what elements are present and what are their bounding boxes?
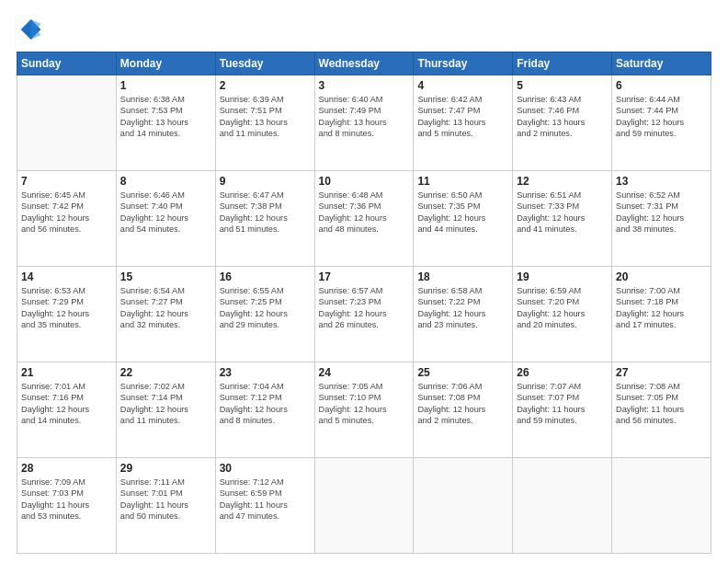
day-number: 14 xyxy=(21,270,112,283)
sunrise-text: Sunrise: 7:04 AM xyxy=(220,381,311,392)
sunset-text: Sunset: 7:12 PM xyxy=(220,392,311,403)
calendar-week-row: 21Sunrise: 7:01 AMSunset: 7:16 PMDayligh… xyxy=(17,362,711,458)
daylight-text: Daylight: 11 hours xyxy=(517,404,608,415)
daylight-text: Daylight: 11 hours xyxy=(21,500,112,511)
day-number: 25 xyxy=(417,366,508,379)
daylight-text-2: and 17 minutes. xyxy=(616,319,707,330)
day-number: 5 xyxy=(517,79,608,92)
day-number: 19 xyxy=(517,270,608,283)
calendar-week-row: 28Sunrise: 7:09 AMSunset: 7:03 PMDayligh… xyxy=(17,458,711,554)
day-number: 23 xyxy=(220,366,311,379)
daylight-text: Daylight: 12 hours xyxy=(120,308,211,319)
sunset-text: Sunset: 7:27 PM xyxy=(120,296,211,307)
logo xyxy=(17,17,46,42)
sunset-text: Sunset: 7:40 PM xyxy=(120,201,211,212)
sunrise-text: Sunrise: 6:58 AM xyxy=(417,285,508,296)
calendar-cell: 25Sunrise: 7:06 AMSunset: 7:08 PMDayligh… xyxy=(414,362,513,458)
daylight-text: Daylight: 11 hours xyxy=(220,500,311,511)
calendar-cell: 7Sunrise: 6:45 AMSunset: 7:42 PMDaylight… xyxy=(17,171,117,267)
sunset-text: Sunset: 7:22 PM xyxy=(417,296,508,307)
daylight-text-2: and 2 minutes. xyxy=(517,128,608,139)
sunrise-text: Sunrise: 6:44 AM xyxy=(616,94,707,105)
day-number: 3 xyxy=(319,79,410,92)
sunrise-text: Sunrise: 6:45 AM xyxy=(21,190,112,201)
sunset-text: Sunset: 7:35 PM xyxy=(417,201,508,212)
daylight-text: Daylight: 12 hours xyxy=(616,117,707,128)
day-number: 15 xyxy=(120,270,211,283)
sunrise-text: Sunrise: 6:50 AM xyxy=(417,190,508,201)
day-number: 4 xyxy=(417,79,508,92)
daylight-text-2: and 35 minutes. xyxy=(21,319,112,330)
sunset-text: Sunset: 7:23 PM xyxy=(319,296,410,307)
daylight-text-2: and 56 minutes. xyxy=(616,415,707,426)
daylight-text: Daylight: 13 hours xyxy=(417,117,508,128)
calendar-cell: 27Sunrise: 7:08 AMSunset: 7:05 PMDayligh… xyxy=(612,362,711,458)
day-number: 26 xyxy=(517,366,608,379)
day-number: 18 xyxy=(417,270,508,283)
calendar-cell: 11Sunrise: 6:50 AMSunset: 7:35 PMDayligh… xyxy=(414,171,513,267)
daylight-text: Daylight: 12 hours xyxy=(517,213,608,224)
daylight-text: Daylight: 11 hours xyxy=(120,500,211,511)
calendar-cell: 12Sunrise: 6:51 AMSunset: 7:33 PMDayligh… xyxy=(513,171,612,267)
daylight-text: Daylight: 12 hours xyxy=(220,404,311,415)
daylight-text-2: and 59 minutes. xyxy=(616,128,707,139)
sunrise-text: Sunrise: 6:38 AM xyxy=(120,94,211,105)
calendar-cell: 17Sunrise: 6:57 AMSunset: 7:23 PMDayligh… xyxy=(314,267,414,362)
daylight-text-2: and 50 minutes. xyxy=(120,511,211,522)
sunrise-text: Sunrise: 6:47 AM xyxy=(220,190,311,201)
day-number: 24 xyxy=(319,366,410,379)
sunset-text: Sunset: 7:01 PM xyxy=(120,488,211,499)
sunrise-text: Sunrise: 7:09 AM xyxy=(21,477,112,488)
calendar-cell: 16Sunrise: 6:55 AMSunset: 7:25 PMDayligh… xyxy=(215,267,314,362)
sunrise-text: Sunrise: 6:59 AM xyxy=(517,285,608,296)
sunset-text: Sunset: 7:03 PM xyxy=(21,488,112,499)
daylight-text-2: and 2 minutes. xyxy=(417,415,508,426)
day-number: 1 xyxy=(120,79,211,92)
day-number: 8 xyxy=(120,175,211,188)
calendar-cell: 21Sunrise: 7:01 AMSunset: 7:16 PMDayligh… xyxy=(17,362,117,458)
daylight-text: Daylight: 12 hours xyxy=(120,404,211,415)
sunrise-text: Sunrise: 7:11 AM xyxy=(120,477,211,488)
sunrise-text: Sunrise: 6:39 AM xyxy=(220,94,311,105)
daylight-text-2: and 54 minutes. xyxy=(120,224,211,235)
sunrise-text: Sunrise: 7:05 AM xyxy=(319,381,410,392)
sunset-text: Sunset: 7:49 PM xyxy=(319,105,410,116)
sunset-text: Sunset: 7:29 PM xyxy=(21,296,112,307)
day-number: 11 xyxy=(417,175,508,188)
daylight-text-2: and 53 minutes. xyxy=(21,511,112,522)
day-number: 20 xyxy=(616,270,707,283)
sunset-text: Sunset: 7:36 PM xyxy=(319,201,410,212)
daylight-text-2: and 48 minutes. xyxy=(319,224,410,235)
daylight-text: Daylight: 12 hours xyxy=(417,404,508,415)
calendar-cell: 28Sunrise: 7:09 AMSunset: 7:03 PMDayligh… xyxy=(17,458,117,554)
sunset-text: Sunset: 7:51 PM xyxy=(220,105,311,116)
daylight-text-2: and 47 minutes. xyxy=(220,511,311,522)
daylight-text: Daylight: 12 hours xyxy=(319,213,410,224)
daylight-text-2: and 44 minutes. xyxy=(417,224,508,235)
day-number: 22 xyxy=(120,366,211,379)
weekday-header: Monday xyxy=(116,52,215,75)
day-number: 27 xyxy=(616,366,707,379)
calendar-cell: 3Sunrise: 6:40 AMSunset: 7:49 PMDaylight… xyxy=(314,75,414,171)
daylight-text: Daylight: 12 hours xyxy=(21,213,112,224)
calendar-cell xyxy=(414,458,513,554)
calendar-cell: 22Sunrise: 7:02 AMSunset: 7:14 PMDayligh… xyxy=(116,362,215,458)
day-number: 12 xyxy=(517,175,608,188)
daylight-text: Daylight: 12 hours xyxy=(616,213,707,224)
weekday-header: Wednesday xyxy=(314,52,414,75)
daylight-text-2: and 8 minutes. xyxy=(220,415,311,426)
sunrise-text: Sunrise: 6:55 AM xyxy=(220,285,311,296)
calendar-cell xyxy=(513,458,612,554)
day-number: 9 xyxy=(220,175,311,188)
calendar-cell: 19Sunrise: 6:59 AMSunset: 7:20 PMDayligh… xyxy=(513,267,612,362)
calendar-cell: 14Sunrise: 6:53 AMSunset: 7:29 PMDayligh… xyxy=(17,267,117,362)
sunrise-text: Sunrise: 7:00 AM xyxy=(616,285,707,296)
daylight-text-2: and 5 minutes. xyxy=(417,128,508,139)
day-number: 21 xyxy=(21,366,112,379)
sunset-text: Sunset: 7:47 PM xyxy=(417,105,508,116)
sunrise-text: Sunrise: 7:06 AM xyxy=(417,381,508,392)
sunset-text: Sunset: 7:25 PM xyxy=(220,296,311,307)
calendar-week-row: 14Sunrise: 6:53 AMSunset: 7:29 PMDayligh… xyxy=(17,267,711,362)
sunrise-text: Sunrise: 6:52 AM xyxy=(616,190,707,201)
calendar-cell: 29Sunrise: 7:11 AMSunset: 7:01 PMDayligh… xyxy=(116,458,215,554)
